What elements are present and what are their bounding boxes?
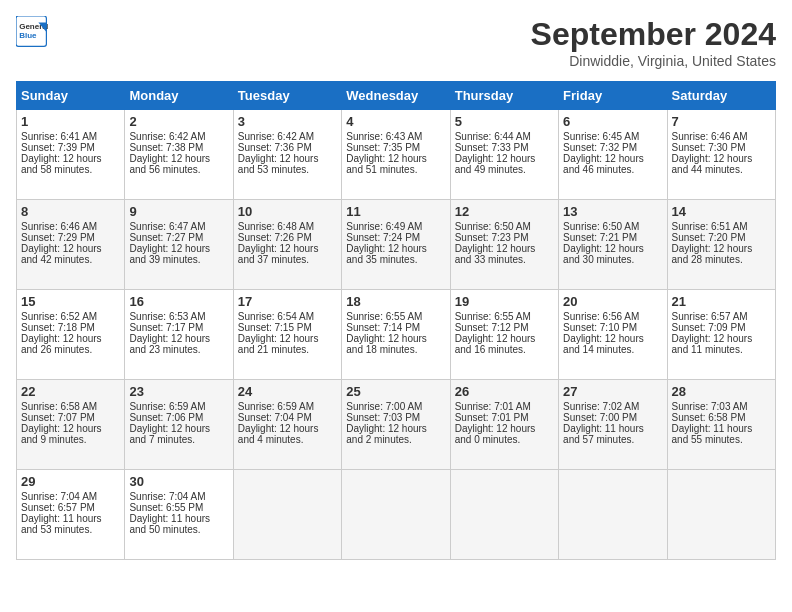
- daylight-text: Daylight: 12 hours and 23 minutes.: [129, 333, 228, 355]
- sunset-text: Sunset: 7:39 PM: [21, 142, 120, 153]
- sunrise-text: Sunrise: 7:04 AM: [21, 491, 120, 502]
- table-row: 9Sunrise: 6:47 AMSunset: 7:27 PMDaylight…: [125, 200, 233, 290]
- day-number: 15: [21, 294, 120, 309]
- table-row: 12Sunrise: 6:50 AMSunset: 7:23 PMDayligh…: [450, 200, 558, 290]
- sunset-text: Sunset: 7:20 PM: [672, 232, 771, 243]
- col-saturday: Saturday: [667, 82, 775, 110]
- day-number: 25: [346, 384, 445, 399]
- sunrise-text: Sunrise: 6:47 AM: [129, 221, 228, 232]
- day-number: 7: [672, 114, 771, 129]
- sunset-text: Sunset: 7:32 PM: [563, 142, 662, 153]
- daylight-text: Daylight: 12 hours and 30 minutes.: [563, 243, 662, 265]
- sunset-text: Sunset: 7:04 PM: [238, 412, 337, 423]
- daylight-text: Daylight: 12 hours and 4 minutes.: [238, 423, 337, 445]
- daylight-text: Daylight: 12 hours and 0 minutes.: [455, 423, 554, 445]
- calendar-table: Sunday Monday Tuesday Wednesday Thursday…: [16, 81, 776, 560]
- day-number: 19: [455, 294, 554, 309]
- col-monday: Monday: [125, 82, 233, 110]
- table-row: 1Sunrise: 6:41 AMSunset: 7:39 PMDaylight…: [17, 110, 125, 200]
- sunset-text: Sunset: 7:15 PM: [238, 322, 337, 333]
- table-row: 2Sunrise: 6:42 AMSunset: 7:38 PMDaylight…: [125, 110, 233, 200]
- daylight-text: Daylight: 12 hours and 7 minutes.: [129, 423, 228, 445]
- sunset-text: Sunset: 7:38 PM: [129, 142, 228, 153]
- daylight-text: Daylight: 12 hours and 28 minutes.: [672, 243, 771, 265]
- daylight-text: Daylight: 12 hours and 11 minutes.: [672, 333, 771, 355]
- table-row: 5Sunrise: 6:44 AMSunset: 7:33 PMDaylight…: [450, 110, 558, 200]
- table-row: 4Sunrise: 6:43 AMSunset: 7:35 PMDaylight…: [342, 110, 450, 200]
- sunset-text: Sunset: 7:24 PM: [346, 232, 445, 243]
- daylight-text: Daylight: 12 hours and 58 minutes.: [21, 153, 120, 175]
- sunset-text: Sunset: 7:35 PM: [346, 142, 445, 153]
- table-row: 26Sunrise: 7:01 AMSunset: 7:01 PMDayligh…: [450, 380, 558, 470]
- sunrise-text: Sunrise: 6:43 AM: [346, 131, 445, 142]
- daylight-text: Daylight: 12 hours and 21 minutes.: [238, 333, 337, 355]
- sunrise-text: Sunrise: 6:59 AM: [129, 401, 228, 412]
- table-row: 25Sunrise: 7:00 AMSunset: 7:03 PMDayligh…: [342, 380, 450, 470]
- sunset-text: Sunset: 7:26 PM: [238, 232, 337, 243]
- title-area: September 2024 Dinwiddie, Virginia, Unit…: [531, 16, 776, 69]
- day-number: 24: [238, 384, 337, 399]
- table-row: [667, 470, 775, 560]
- day-number: 2: [129, 114, 228, 129]
- sunset-text: Sunset: 7:07 PM: [21, 412, 120, 423]
- sunrise-text: Sunrise: 6:59 AM: [238, 401, 337, 412]
- day-number: 30: [129, 474, 228, 489]
- daylight-text: Daylight: 11 hours and 57 minutes.: [563, 423, 662, 445]
- sunrise-text: Sunrise: 6:58 AM: [21, 401, 120, 412]
- day-number: 12: [455, 204, 554, 219]
- table-row: [450, 470, 558, 560]
- day-number: 22: [21, 384, 120, 399]
- sunset-text: Sunset: 7:01 PM: [455, 412, 554, 423]
- table-row: [233, 470, 341, 560]
- table-row: 10Sunrise: 6:48 AMSunset: 7:26 PMDayligh…: [233, 200, 341, 290]
- sunrise-text: Sunrise: 6:53 AM: [129, 311, 228, 322]
- daylight-text: Daylight: 12 hours and 49 minutes.: [455, 153, 554, 175]
- table-row: 7Sunrise: 6:46 AMSunset: 7:30 PMDaylight…: [667, 110, 775, 200]
- col-tuesday: Tuesday: [233, 82, 341, 110]
- day-number: 5: [455, 114, 554, 129]
- sunrise-text: Sunrise: 6:51 AM: [672, 221, 771, 232]
- sunset-text: Sunset: 6:57 PM: [21, 502, 120, 513]
- day-number: 10: [238, 204, 337, 219]
- daylight-text: Daylight: 12 hours and 35 minutes.: [346, 243, 445, 265]
- sunset-text: Sunset: 7:06 PM: [129, 412, 228, 423]
- day-number: 11: [346, 204, 445, 219]
- daylight-text: Daylight: 11 hours and 53 minutes.: [21, 513, 120, 535]
- sunrise-text: Sunrise: 6:41 AM: [21, 131, 120, 142]
- day-number: 17: [238, 294, 337, 309]
- sunrise-text: Sunrise: 7:02 AM: [563, 401, 662, 412]
- daylight-text: Daylight: 12 hours and 2 minutes.: [346, 423, 445, 445]
- sunset-text: Sunset: 7:27 PM: [129, 232, 228, 243]
- sunset-text: Sunset: 7:23 PM: [455, 232, 554, 243]
- sunset-text: Sunset: 7:03 PM: [346, 412, 445, 423]
- page-header: General Blue September 2024 Dinwiddie, V…: [16, 16, 776, 69]
- sunrise-text: Sunrise: 6:50 AM: [563, 221, 662, 232]
- daylight-text: Daylight: 12 hours and 39 minutes.: [129, 243, 228, 265]
- day-number: 13: [563, 204, 662, 219]
- table-row: 30Sunrise: 7:04 AMSunset: 6:55 PMDayligh…: [125, 470, 233, 560]
- daylight-text: Daylight: 11 hours and 50 minutes.: [129, 513, 228, 535]
- daylight-text: Daylight: 12 hours and 51 minutes.: [346, 153, 445, 175]
- sunrise-text: Sunrise: 7:04 AM: [129, 491, 228, 502]
- daylight-text: Daylight: 11 hours and 55 minutes.: [672, 423, 771, 445]
- day-number: 14: [672, 204, 771, 219]
- sunrise-text: Sunrise: 6:55 AM: [455, 311, 554, 322]
- sunset-text: Sunset: 7:18 PM: [21, 322, 120, 333]
- daylight-text: Daylight: 12 hours and 26 minutes.: [21, 333, 120, 355]
- sunset-text: Sunset: 7:17 PM: [129, 322, 228, 333]
- calendar-week-row: 15Sunrise: 6:52 AMSunset: 7:18 PMDayligh…: [17, 290, 776, 380]
- sunset-text: Sunset: 7:00 PM: [563, 412, 662, 423]
- table-row: 28Sunrise: 7:03 AMSunset: 6:58 PMDayligh…: [667, 380, 775, 470]
- sunset-text: Sunset: 7:29 PM: [21, 232, 120, 243]
- daylight-text: Daylight: 12 hours and 9 minutes.: [21, 423, 120, 445]
- daylight-text: Daylight: 12 hours and 53 minutes.: [238, 153, 337, 175]
- day-number: 21: [672, 294, 771, 309]
- sunset-text: Sunset: 7:14 PM: [346, 322, 445, 333]
- day-number: 20: [563, 294, 662, 309]
- page-subtitle: Dinwiddie, Virginia, United States: [531, 53, 776, 69]
- day-number: 9: [129, 204, 228, 219]
- sunset-text: Sunset: 7:33 PM: [455, 142, 554, 153]
- col-sunday: Sunday: [17, 82, 125, 110]
- day-number: 8: [21, 204, 120, 219]
- svg-text:Blue: Blue: [19, 31, 37, 40]
